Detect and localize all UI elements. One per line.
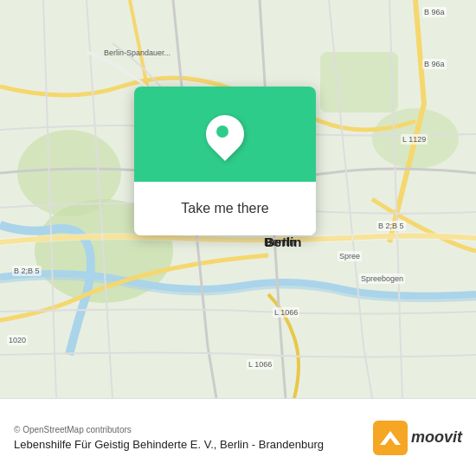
osm-credit: © OpenStreetMap contributors bbox=[14, 425, 373, 434]
info-text: © OpenStreetMap contributors Lebenshilfe… bbox=[14, 425, 373, 451]
pin-inner bbox=[216, 125, 228, 138]
location-pin bbox=[206, 115, 244, 153]
moovit-logo: moovit bbox=[373, 421, 462, 455]
info-bar: © OpenStreetMap contributors Lebenshilfe… bbox=[0, 398, 476, 476]
popup-green-header bbox=[134, 87, 316, 182]
popup-button-area: Take me there bbox=[134, 182, 316, 235]
moovit-text: moovit bbox=[411, 428, 462, 447]
map-container: Berlin B 96a B 96a L 1129 B 2;B 5 B 2;B … bbox=[0, 0, 476, 398]
location-title: Lebenshilfe Für Geistig Behinderte E. V.… bbox=[14, 438, 373, 451]
moovit-icon bbox=[373, 421, 408, 455]
svg-rect-3 bbox=[320, 52, 398, 113]
take-me-there-button[interactable]: Take me there bbox=[148, 192, 302, 225]
popup-card: Take me there bbox=[134, 87, 316, 235]
